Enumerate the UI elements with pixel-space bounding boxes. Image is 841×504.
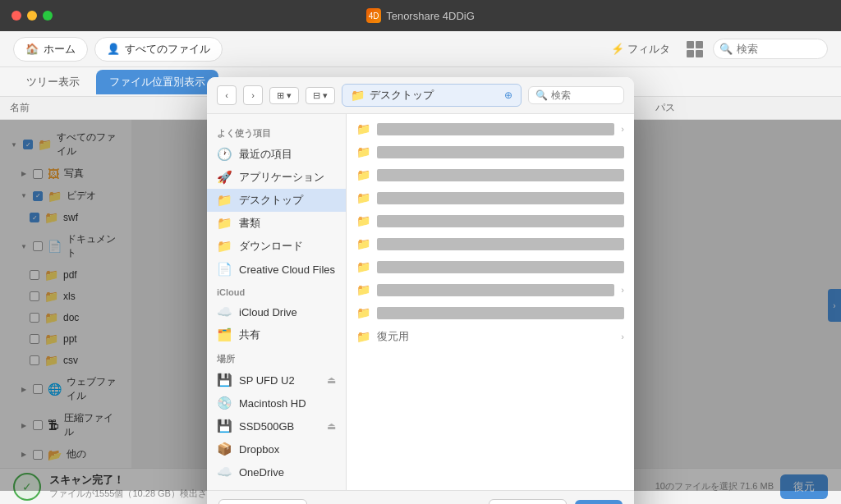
location-text: デスクトップ: [370, 88, 434, 103]
row-arrow: ›: [621, 124, 624, 134]
documents-icon: 📁: [217, 216, 232, 231]
main-area: ▼ ✓ 📁 すべてのファイル ▶ 🖼 写真 ▼ ✓ 📁 ビデオ ✓ 📁 swf …: [0, 120, 841, 491]
dialog-sidebar-creative-cloud[interactable]: 📄 Creative Cloud Files: [207, 258, 346, 281]
minimize-button[interactable]: [27, 11, 37, 21]
file-row-fukugen[interactable]: 📁 復元用 ›: [347, 324, 634, 349]
file-row[interactable]: 📁 ›: [347, 117, 634, 140]
cancel-button[interactable]: キャンセル: [489, 499, 567, 504]
dialog-sidebar-dropbox[interactable]: 📦 Dropbox: [207, 438, 346, 460]
dialog-search-input[interactable]: [551, 89, 617, 101]
file-row[interactable]: 📁: [347, 186, 634, 209]
shared-icon: 🗂️: [217, 328, 232, 342]
files-icon: 👤: [107, 43, 120, 55]
col-header-path[interactable]: パス: [655, 101, 831, 115]
titlebar: 4D Tenorshare 4DDiG: [0, 0, 841, 31]
eject-icon[interactable]: ⏏: [327, 374, 336, 386]
dialog-sidebar-icloud-drive[interactable]: ☁️ iCloud Drive: [207, 300, 346, 323]
file-row[interactable]: 📁: [347, 163, 634, 186]
file-row[interactable]: 📁: [347, 232, 634, 255]
folder-icon: 📁: [356, 191, 370, 204]
folder-icon: 📁: [356, 260, 370, 273]
row-arrow: ›: [621, 332, 624, 341]
location-folder-icon: 📁: [351, 89, 365, 102]
folder-icon: 📁: [356, 168, 370, 181]
favorites-label: よく使う項目: [207, 121, 346, 143]
search-wrapper: 🔍: [713, 39, 828, 59]
creative-cloud-icon: 📄: [217, 262, 232, 277]
top-toolbar: 🏠 ホーム 👤 すべてのファイル ⚡ フィルタ 🔍: [0, 31, 841, 67]
dialog-content: よく使う項目 🕐 最近の項目 🚀 アプリケーション 📁 デスクトップ: [207, 114, 634, 490]
close-button[interactable]: [11, 11, 21, 21]
dialog-footer: 新規フォルダ キャンセル 開く: [207, 490, 634, 504]
fullscreen-button[interactable]: [43, 11, 53, 21]
dialog-toolbar: ‹ › ⊞ ▾ ⊟ ▾ 📁 デスクトップ ⊕ 🔍: [207, 77, 634, 114]
macintosh-hd-icon: 💿: [217, 396, 232, 410]
filter-button[interactable]: ⚡ フィルタ: [604, 39, 677, 60]
dialog-overlay: ‹ › ⊞ ▾ ⊟ ▾ 📁 デスクトップ ⊕ 🔍 よく使う項目: [0, 120, 841, 491]
onedrive-icon: ☁️: [217, 465, 232, 479]
file-row[interactable]: 📁: [347, 140, 634, 163]
filter-icon: ⚡: [611, 43, 624, 55]
downloads-icon: 📁: [217, 239, 232, 254]
file-name-fukugen: 復元用: [377, 329, 614, 344]
applications-icon: 🚀: [217, 170, 232, 185]
usb-drive-icon: 💾: [217, 373, 232, 387]
tab-tree-view[interactable]: ツリー表示: [13, 70, 93, 94]
grid-view-button[interactable]: [683, 38, 706, 61]
folder-icon: 📁: [356, 122, 370, 135]
file-picker-dialog: ‹ › ⊞ ▾ ⊟ ▾ 📁 デスクトップ ⊕ 🔍 よく使う項目: [207, 77, 634, 504]
folder-icon: 📁: [356, 214, 370, 227]
icloud-label: iCloud: [207, 281, 346, 300]
ssd-icon: 💾: [217, 419, 232, 433]
forward-button[interactable]: ›: [243, 85, 263, 105]
places-label: 場所: [207, 346, 346, 369]
file-row[interactable]: 📁: [347, 255, 634, 278]
dialog-sidebar-shared[interactable]: 🗂️ 共有: [207, 323, 346, 346]
dialog-sidebar-ssd500[interactable]: 💾 SSD500GB ⏏: [207, 415, 346, 438]
all-files-button[interactable]: 👤 すべてのファイル: [94, 37, 223, 62]
dialog-sidebar-recent[interactable]: 🕐 最近の項目: [207, 143, 346, 166]
file-row[interactable]: 📁: [347, 209, 634, 232]
folder-icon: 📁: [356, 145, 370, 158]
home-button[interactable]: 🏠 ホーム: [13, 37, 88, 62]
row-arrow: ›: [621, 285, 624, 295]
new-folder-button[interactable]: 新規フォルダ: [218, 499, 307, 504]
dialog-sidebar: よく使う項目 🕐 最近の項目 🚀 アプリケーション 📁 デスクトップ: [207, 114, 347, 490]
toolbar-right: ⚡ フィルタ 🔍: [604, 38, 828, 61]
column-view-button[interactable]: ⊞ ▾: [269, 87, 299, 104]
back-button[interactable]: ‹: [217, 85, 237, 105]
desktop-icon: 📁: [217, 193, 232, 208]
dialog-search-wrapper: 🔍: [528, 86, 624, 104]
open-button[interactable]: 開く: [575, 500, 623, 504]
dialog-sidebar-applications[interactable]: 🚀 アプリケーション: [207, 166, 346, 189]
folder-icon: 📁: [356, 237, 370, 250]
dialog-sidebar-macintosh-hd[interactable]: 💿 Macintosh HD: [207, 392, 346, 415]
recent-icon: 🕐: [217, 147, 232, 162]
eject-icon-ssd[interactable]: ⏏: [327, 420, 336, 432]
traffic-lights: [11, 11, 53, 21]
file-row[interactable]: 📁: [347, 301, 634, 324]
app-title: 4D Tenorshare 4DDiG: [366, 8, 475, 23]
dropbox-icon: 📦: [217, 442, 232, 456]
icon-view-button[interactable]: ⊟ ▾: [306, 87, 335, 104]
folder-icon: 📁: [356, 306, 370, 319]
dialog-sidebar-downloads[interactable]: 📁 ダウンロード: [207, 235, 346, 258]
icloud-drive-icon: ☁️: [217, 305, 232, 319]
file-row[interactable]: 📁 ›: [347, 278, 634, 301]
dialog-sidebar-sp-ufd[interactable]: 💾 SP UFD U2 ⏏: [207, 369, 346, 392]
folder-icon: 📁: [356, 283, 370, 296]
tab-file-view[interactable]: ファイル位置別表示: [96, 70, 218, 94]
dialog-sidebar-onedrive[interactable]: ☁️ OneDrive: [207, 460, 346, 483]
location-chevron: ⊕: [504, 89, 512, 101]
folder-icon: 📁: [356, 330, 370, 343]
location-bar[interactable]: 📁 デスクトップ ⊕: [342, 84, 522, 107]
dialog-search-icon: 🔍: [535, 89, 548, 101]
search-icon: 🔍: [719, 43, 733, 55]
dialog-sidebar-documents[interactable]: 📁 書類: [207, 212, 346, 235]
home-icon: 🏠: [25, 43, 39, 55]
app-icon: 4D: [366, 8, 381, 23]
dialog-file-list: 📁 › 📁 📁 📁: [347, 114, 634, 490]
dialog-sidebar-desktop[interactable]: 📁 デスクトップ: [207, 189, 346, 212]
